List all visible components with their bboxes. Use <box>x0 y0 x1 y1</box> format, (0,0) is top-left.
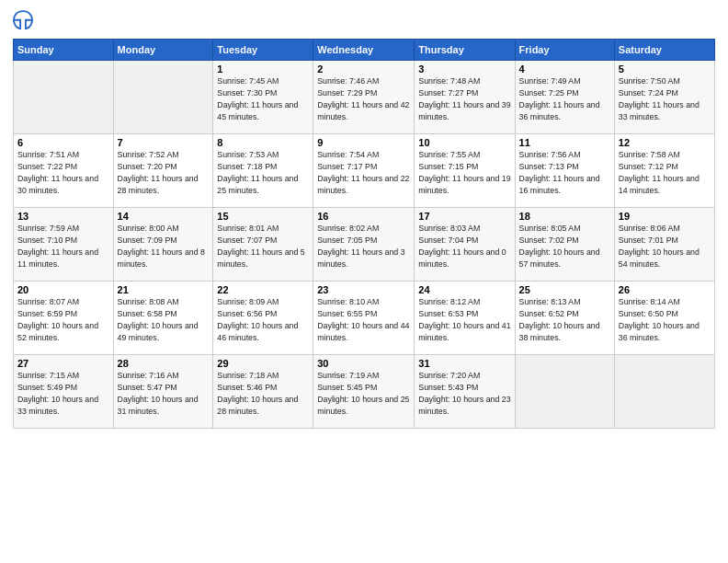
calendar-cell: 4Sunrise: 7:49 AMSunset: 7:25 PMDaylight… <box>515 61 614 134</box>
calendar-week-row: 6Sunrise: 7:51 AMSunset: 7:22 PMDaylight… <box>14 134 715 208</box>
day-info: Sunrise: 7:54 AMSunset: 7:17 PMDaylight:… <box>317 150 409 195</box>
day-number: 21 <box>118 284 210 295</box>
calendar-cell <box>113 61 213 134</box>
day-info: Sunrise: 7:56 AMSunset: 7:13 PMDaylight:… <box>519 150 600 195</box>
day-info: Sunrise: 8:05 AMSunset: 7:02 PMDaylight:… <box>519 224 600 269</box>
day-info: Sunrise: 7:19 AMSunset: 5:45 PMDaylight:… <box>317 371 409 416</box>
day-number: 12 <box>619 137 711 148</box>
day-of-week-header: Monday <box>113 40 213 61</box>
calendar-cell: 17Sunrise: 8:03 AMSunset: 7:04 PMDayligh… <box>415 208 515 282</box>
logo-icon <box>13 9 33 29</box>
calendar-cell: 21Sunrise: 8:08 AMSunset: 6:58 PMDayligh… <box>113 282 213 355</box>
calendar-cell: 14Sunrise: 8:00 AMSunset: 7:09 PMDayligh… <box>113 208 213 282</box>
calendar-cell <box>614 355 714 429</box>
calendar-cell <box>14 61 114 134</box>
day-info: Sunrise: 7:55 AMSunset: 7:15 PMDaylight:… <box>418 150 510 195</box>
calendar-cell: 12Sunrise: 7:58 AMSunset: 7:12 PMDayligh… <box>614 134 714 208</box>
page: SundayMondayTuesdayWednesdayThursdayFrid… <box>0 0 728 563</box>
day-number: 19 <box>619 211 711 222</box>
day-info: Sunrise: 8:08 AMSunset: 6:58 PMDaylight:… <box>118 297 199 342</box>
calendar-week-row: 27Sunrise: 7:15 AMSunset: 5:49 PMDayligh… <box>14 355 715 429</box>
calendar-cell: 23Sunrise: 8:10 AMSunset: 6:55 PMDayligh… <box>313 282 415 355</box>
logo <box>13 9 35 33</box>
day-number: 26 <box>619 284 711 295</box>
calendar-cell: 7Sunrise: 7:52 AMSunset: 7:20 PMDaylight… <box>113 134 213 208</box>
day-of-week-header: Saturday <box>614 40 714 61</box>
calendar-cell: 9Sunrise: 7:54 AMSunset: 7:17 PMDaylight… <box>313 134 415 208</box>
calendar-cell <box>515 355 614 429</box>
day-number: 31 <box>418 358 510 369</box>
day-info: Sunrise: 7:48 AMSunset: 7:27 PMDaylight:… <box>418 76 510 121</box>
calendar-cell: 24Sunrise: 8:12 AMSunset: 6:53 PMDayligh… <box>415 282 515 355</box>
calendar-cell: 26Sunrise: 8:14 AMSunset: 6:50 PMDayligh… <box>614 282 714 355</box>
day-info: Sunrise: 8:06 AMSunset: 7:01 PMDaylight:… <box>619 224 700 269</box>
calendar-cell: 25Sunrise: 8:13 AMSunset: 6:52 PMDayligh… <box>515 282 614 355</box>
day-number: 27 <box>17 358 109 369</box>
day-number: 11 <box>519 137 610 148</box>
day-info: Sunrise: 7:46 AMSunset: 7:29 PMDaylight:… <box>317 76 409 121</box>
day-info: Sunrise: 7:18 AMSunset: 5:46 PMDaylight:… <box>217 371 298 416</box>
day-of-week-header: Friday <box>515 40 614 61</box>
day-number: 3 <box>418 63 510 75</box>
day-info: Sunrise: 8:12 AMSunset: 6:53 PMDaylight:… <box>418 297 510 342</box>
day-number: 24 <box>418 284 510 295</box>
calendar-cell: 20Sunrise: 8:07 AMSunset: 6:59 PMDayligh… <box>14 282 114 355</box>
day-info: Sunrise: 7:53 AMSunset: 7:18 PMDaylight:… <box>217 150 298 195</box>
calendar-cell: 13Sunrise: 7:59 AMSunset: 7:10 PMDayligh… <box>14 208 114 282</box>
calendar-cell: 3Sunrise: 7:48 AMSunset: 7:27 PMDaylight… <box>415 61 515 134</box>
day-number: 13 <box>17 211 109 222</box>
calendar-cell: 19Sunrise: 8:06 AMSunset: 7:01 PMDayligh… <box>614 208 714 282</box>
day-number: 17 <box>418 211 510 222</box>
calendar-cell: 5Sunrise: 7:50 AMSunset: 7:24 PMDaylight… <box>614 61 714 134</box>
calendar-cell: 27Sunrise: 7:15 AMSunset: 5:49 PMDayligh… <box>14 355 114 429</box>
day-number: 14 <box>118 211 210 222</box>
calendar-cell: 15Sunrise: 8:01 AMSunset: 7:07 PMDayligh… <box>213 208 313 282</box>
calendar-week-row: 1Sunrise: 7:45 AMSunset: 7:30 PMDaylight… <box>14 61 715 134</box>
header <box>13 9 715 33</box>
day-number: 16 <box>317 211 410 222</box>
day-number: 23 <box>317 284 410 295</box>
day-info: Sunrise: 8:10 AMSunset: 6:55 PMDaylight:… <box>317 297 409 342</box>
day-number: 10 <box>418 137 510 148</box>
day-info: Sunrise: 7:15 AMSunset: 5:49 PMDaylight:… <box>17 371 98 416</box>
day-number: 8 <box>217 137 309 148</box>
calendar-table: SundayMondayTuesdayWednesdayThursdayFrid… <box>13 39 715 429</box>
day-of-week-header: Sunday <box>14 40 114 61</box>
calendar-cell: 10Sunrise: 7:55 AMSunset: 7:15 PMDayligh… <box>415 134 515 208</box>
day-info: Sunrise: 7:16 AMSunset: 5:47 PMDaylight:… <box>118 371 199 416</box>
day-number: 6 <box>17 137 109 148</box>
day-info: Sunrise: 7:49 AMSunset: 7:25 PMDaylight:… <box>519 76 600 121</box>
day-number: 5 <box>619 63 711 75</box>
calendar-week-row: 20Sunrise: 8:07 AMSunset: 6:59 PMDayligh… <box>14 282 715 355</box>
day-number: 25 <box>519 284 610 295</box>
calendar-header-row: SundayMondayTuesdayWednesdayThursdayFrid… <box>14 40 715 61</box>
day-info: Sunrise: 7:59 AMSunset: 7:10 PMDaylight:… <box>17 224 98 269</box>
day-info: Sunrise: 8:03 AMSunset: 7:04 PMDaylight:… <box>418 224 506 269</box>
day-number: 30 <box>317 358 410 369</box>
calendar-cell: 16Sunrise: 8:02 AMSunset: 7:05 PMDayligh… <box>313 208 415 282</box>
calendar-cell: 8Sunrise: 7:53 AMSunset: 7:18 PMDaylight… <box>213 134 313 208</box>
day-info: Sunrise: 7:52 AMSunset: 7:20 PMDaylight:… <box>118 150 199 195</box>
day-info: Sunrise: 8:13 AMSunset: 6:52 PMDaylight:… <box>519 297 600 342</box>
day-info: Sunrise: 8:09 AMSunset: 6:56 PMDaylight:… <box>217 297 298 342</box>
day-info: Sunrise: 8:02 AMSunset: 7:05 PMDaylight:… <box>317 224 404 269</box>
calendar-cell: 6Sunrise: 7:51 AMSunset: 7:22 PMDaylight… <box>14 134 114 208</box>
day-info: Sunrise: 7:50 AMSunset: 7:24 PMDaylight:… <box>619 76 700 121</box>
calendar-cell: 28Sunrise: 7:16 AMSunset: 5:47 PMDayligh… <box>113 355 213 429</box>
day-number: 9 <box>317 137 410 148</box>
day-info: Sunrise: 8:01 AMSunset: 7:07 PMDaylight:… <box>217 224 304 269</box>
day-number: 22 <box>217 284 309 295</box>
calendar-cell: 31Sunrise: 7:20 AMSunset: 5:43 PMDayligh… <box>415 355 515 429</box>
calendar-cell: 29Sunrise: 7:18 AMSunset: 5:46 PMDayligh… <box>213 355 313 429</box>
day-info: Sunrise: 7:51 AMSunset: 7:22 PMDaylight:… <box>17 150 98 195</box>
calendar-cell: 30Sunrise: 7:19 AMSunset: 5:45 PMDayligh… <box>313 355 415 429</box>
calendar-cell: 11Sunrise: 7:56 AMSunset: 7:13 PMDayligh… <box>515 134 614 208</box>
day-info: Sunrise: 8:14 AMSunset: 6:50 PMDaylight:… <box>619 297 700 342</box>
day-of-week-header: Thursday <box>415 40 515 61</box>
day-info: Sunrise: 8:07 AMSunset: 6:59 PMDaylight:… <box>17 297 98 342</box>
day-number: 15 <box>217 211 309 222</box>
day-number: 2 <box>317 63 410 75</box>
day-of-week-header: Tuesday <box>213 40 313 61</box>
day-number: 28 <box>118 358 210 369</box>
day-info: Sunrise: 7:45 AMSunset: 7:30 PMDaylight:… <box>217 76 298 121</box>
